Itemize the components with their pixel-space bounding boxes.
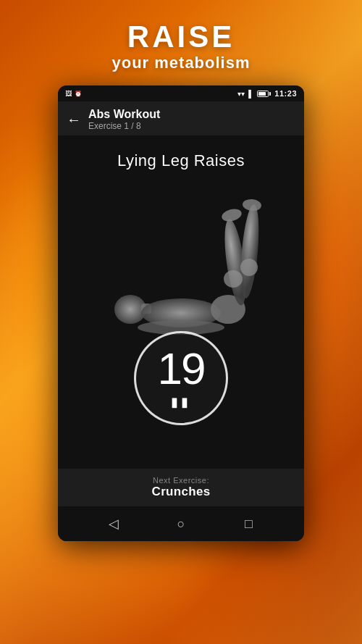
flame-right-decoration: [297, 130, 362, 384]
bottom-nav: ◁ ○ □: [58, 506, 304, 541]
signal-icon: ▌: [248, 90, 253, 98]
next-exercise-bar: Next Exercise: Crunches: [58, 469, 304, 506]
headline-subtitle: your metabolism: [0, 54, 362, 72]
status-bar: 🖼 ⏰ ▾▾ ▌ 11:23: [58, 85, 304, 101]
pause-button[interactable]: ▮▮: [171, 394, 191, 410]
back-nav-button[interactable]: ◁: [101, 511, 127, 537]
svg-point-7: [220, 207, 243, 224]
back-button[interactable]: ←: [67, 112, 81, 127]
status-left-icons: 🖼 ⏰: [65, 90, 235, 97]
recent-nav-button[interactable]: □: [235, 511, 261, 537]
phone-frame: 🖼 ⏰ ▾▾ ▌ 11:23 ← Abs Workout Exercise 1 …: [58, 85, 304, 541]
status-time: 11:23: [274, 89, 297, 98]
workout-title: Abs Workout: [88, 107, 295, 121]
exercise-name: Lying Leg Raises: [117, 151, 245, 170]
battery-icon: [257, 91, 271, 97]
timer-wrapper[interactable]: 19 ▮▮: [134, 331, 228, 425]
svg-point-8: [242, 198, 261, 212]
timer-circle: 19 ▮▮: [134, 331, 228, 425]
next-exercise-label: Next Exercise:: [58, 476, 304, 485]
wifi-icon: ▾▾: [237, 90, 245, 98]
timer-value: 19: [158, 346, 205, 391]
svg-point-9: [224, 270, 243, 288]
flame-left-decoration: [0, 159, 58, 377]
status-right-icons: ▾▾ ▌ 11:23: [237, 89, 297, 98]
image-status-icon: 🖼: [65, 90, 72, 97]
next-exercise-name: Crunches: [58, 485, 304, 499]
exercise-progress: Exercise 1 / 8: [88, 121, 295, 131]
alarm-status-icon: ⏰: [75, 91, 82, 97]
exercise-area: Lying Leg Raises: [58, 135, 304, 469]
top-bar: ← Abs Workout Exercise 1 / 8: [58, 101, 304, 135]
svg-point-10: [240, 259, 258, 276]
top-bar-text: Abs Workout Exercise 1 / 8: [88, 107, 295, 131]
headline-raise: RAISE: [0, 20, 362, 54]
headline-section: RAISE your metabolism: [0, 0, 362, 85]
home-nav-button[interactable]: ○: [168, 511, 194, 537]
